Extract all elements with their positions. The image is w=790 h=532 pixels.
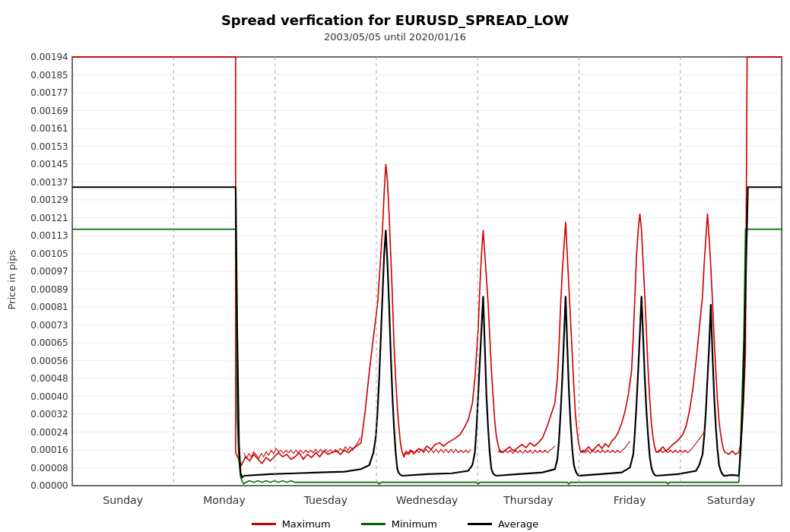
svg-text:0.00097: 0.00097 [30, 266, 68, 277]
svg-text:0.00089: 0.00089 [30, 284, 68, 295]
svg-text:0.00169: 0.00169 [30, 106, 68, 116]
legend-maximum-label: Maximum [282, 518, 331, 530]
svg-text:0.00008: 0.00008 [30, 463, 68, 473]
svg-text:0.00048: 0.00048 [30, 373, 68, 384]
chart-container: Spread verfication for EURUSD_SPREAD_LOW… [0, 0, 790, 532]
svg-text:0.00185: 0.00185 [30, 70, 68, 81]
legend-average: Average [468, 518, 538, 530]
svg-text:0.00024: 0.00024 [30, 427, 68, 438]
svg-text:0.00065: 0.00065 [30, 337, 68, 348]
svg-text:0.00153: 0.00153 [30, 141, 68, 152]
svg-text:0.00040: 0.00040 [30, 391, 68, 402]
legend-minimum-label: Minimum [392, 518, 437, 530]
svg-text:Friday: Friday [614, 494, 646, 506]
svg-text:0.00056: 0.00056 [30, 356, 68, 366]
svg-text:Sunday: Sunday [103, 494, 143, 506]
y-axis-label: Price in pips [0, 49, 23, 511]
svg-text:0.00105: 0.00105 [30, 249, 68, 259]
svg-text:0.00000: 0.00000 [30, 480, 68, 491]
svg-text:Monday: Monday [203, 494, 246, 506]
chart-area: 0.00194 0.00185 0.00177 0.00169 0.00161 … [23, 49, 790, 511]
svg-text:0.00113: 0.00113 [30, 230, 68, 241]
legend-maximum: Maximum [252, 518, 331, 530]
svg-text:Tuesday: Tuesday [303, 494, 347, 506]
svg-text:0.00016: 0.00016 [30, 445, 68, 455]
legend-average-label: Average [498, 518, 538, 530]
chart-subtitle: 2003/05/05 until 2020/01/16 [324, 31, 466, 43]
svg-text:0.00129: 0.00129 [30, 195, 68, 205]
chart-legend: Maximum Minimum Average [252, 511, 539, 532]
chart-svg: 0.00194 0.00185 0.00177 0.00169 0.00161 … [23, 49, 790, 511]
svg-text:0.00177: 0.00177 [30, 87, 68, 98]
svg-text:0.00121: 0.00121 [30, 213, 68, 223]
svg-text:0.00081: 0.00081 [30, 302, 68, 312]
svg-text:0.00032: 0.00032 [30, 409, 68, 420]
svg-text:0.00137: 0.00137 [30, 177, 68, 188]
legend-average-line [468, 523, 492, 525]
svg-text:Thursday: Thursday [503, 494, 554, 506]
legend-maximum-line [252, 523, 276, 525]
svg-text:Wednesday: Wednesday [396, 494, 458, 506]
svg-text:0.00194: 0.00194 [30, 52, 68, 62]
svg-text:0.00161: 0.00161 [30, 123, 68, 134]
svg-text:0.00073: 0.00073 [30, 320, 68, 331]
svg-text:0.00145: 0.00145 [30, 159, 68, 169]
svg-text:Saturday: Saturday [707, 494, 756, 506]
legend-minimum: Minimum [361, 518, 437, 530]
legend-minimum-line [361, 523, 385, 525]
chart-title: Spread verfication for EURUSD_SPREAD_LOW [221, 12, 569, 28]
